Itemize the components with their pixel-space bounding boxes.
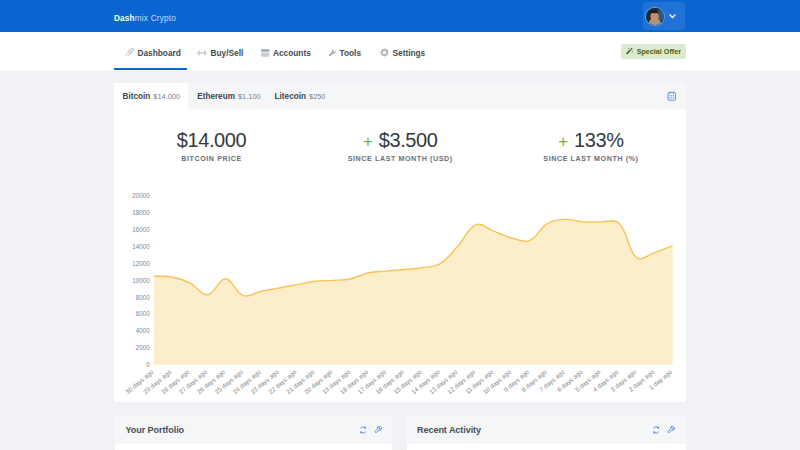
svg-text:18000: 18000: [132, 209, 150, 216]
svg-text:8000: 8000: [136, 294, 151, 301]
svg-text:4000: 4000: [136, 327, 151, 334]
svg-text:12000: 12000: [132, 260, 150, 267]
svg-text:0: 0: [146, 361, 150, 368]
svg-text:20000: 20000: [132, 192, 150, 199]
svg-text:6000: 6000: [136, 310, 151, 317]
svg-text:10000: 10000: [132, 277, 150, 284]
svg-text:14000: 14000: [132, 243, 150, 250]
svg-text:16000: 16000: [132, 226, 150, 233]
svg-text:2000: 2000: [136, 344, 151, 351]
